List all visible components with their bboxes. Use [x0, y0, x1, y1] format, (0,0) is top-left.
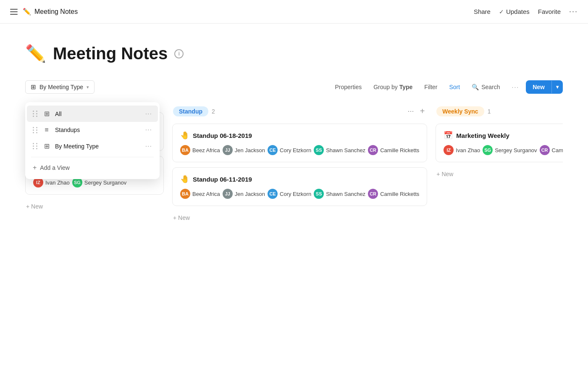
favorite-button[interactable]: Favorite [538, 8, 561, 15]
view-dropdown: ⊞ All ··· ≡ Standups ··· ⊞ By Meeting Ty… [25, 102, 160, 179]
new-button[interactable]: New ▾ [526, 80, 563, 94]
member-cr-0611: CR Camille Ricketts [368, 189, 419, 199]
heading-icon: ✏️ [25, 44, 46, 63]
dropdown-item-by-meeting-type[interactable]: ⊞ By Meeting Type ··· [27, 138, 158, 154]
standup-more-btn[interactable]: ··· [406, 106, 416, 116]
toolbar: ⊞ By Meeting Type ▾ Properties Group by … [25, 80, 563, 94]
avatar-ss-0618: SS [314, 145, 324, 155]
member-ce-0618-name: Cory Etzkorn [280, 147, 311, 153]
member-cr-0611-name: Camille Ricketts [380, 191, 419, 197]
member-iz-mw-name: Ivan Zhao [456, 147, 480, 153]
dropdown-item-all-icon: ⊞ [42, 110, 51, 118]
view-selector-icon: ⊞ [31, 83, 36, 91]
toolbar-more-button[interactable]: ··· [507, 81, 525, 93]
new-button-chevron[interactable]: ▾ [551, 81, 563, 93]
properties-button[interactable]: Properties [330, 81, 367, 93]
topbar-page-title: ✏️ Meeting Notes [23, 8, 78, 16]
member-ss-0618-name: Shawn Sanchez [326, 147, 365, 153]
search-button[interactable]: 🔍 Search [467, 81, 505, 93]
toolbar-more-icon: ··· [512, 84, 520, 90]
menu-icon[interactable] [10, 9, 18, 15]
card-standup-0618-title-text: Standup 06-18-2019 [193, 132, 252, 139]
member-serg-name: Sergey Surganov [84, 180, 126, 186]
card-marketing-weekly-title: 📅 Marketing Weekly [444, 131, 563, 140]
member-cr-mw-name: Camille Ricketts [552, 147, 563, 153]
member-ce-0611: CE Cory Etzkorn [268, 189, 311, 199]
topbar-right: Share ✓ Updates Favorite ··· [474, 7, 578, 16]
column-standup: Standup 2 ··· + 🤚 Standup 06-18-2019 BA … [172, 106, 427, 224]
dropdown-item-meeting-type-label: By Meeting Type [55, 143, 141, 150]
sort-button[interactable]: Sort [444, 81, 465, 93]
card-marketing-weekly[interactable]: 📅 Marketing Weekly IZ Ivan Zhao SG Serge… [436, 124, 563, 162]
dropdown-item-meeting-type-more[interactable]: ··· [145, 143, 152, 150]
group-by-button[interactable]: Group by Type [368, 81, 417, 93]
member-iz-name: Ivan Zhao [45, 180, 70, 186]
filter-button[interactable]: Filter [419, 81, 442, 93]
card-standup-0618-members: BA Beez Africa JJ Jen Jackson CE Cory Et… [180, 145, 419, 155]
member-serg-mw-name: Sergey Surganov [495, 147, 537, 153]
topbar-more-button[interactable]: ··· [569, 7, 578, 16]
member-cr-mw: CR Camille Ricketts [540, 145, 563, 155]
member-cr-0618-name: Camille Ricketts [380, 147, 419, 153]
standup-column-actions: ··· + [406, 106, 427, 117]
member-ss-0618: SS Shawn Sanchez [314, 145, 365, 155]
add-new-no-group[interactable]: + New [25, 200, 164, 213]
card-standup-0611[interactable]: 🤚 Standup 06-11-2019 BA Beez Africa JJ J… [172, 167, 427, 206]
standup-add-btn[interactable]: + [418, 106, 427, 117]
avatar-serg-mw: SG [483, 145, 493, 155]
dropdown-item-standups[interactable]: ≡ Standups ··· [27, 122, 158, 138]
column-weekly-sync-header: Weekly Sync 1 ··· + [436, 106, 563, 117]
card-marketing-weekly-members: IZ Ivan Zhao SG Sergey Surganov CR Camil… [444, 145, 563, 155]
avatar-jj-0611: JJ [223, 189, 233, 199]
standup-count: 2 [212, 108, 215, 115]
weekly-sync-tag: Weekly Sync [436, 106, 484, 116]
card-standup-0618-title: 🤚 Standup 06-18-2019 [180, 131, 419, 140]
add-view-label: Add a View [40, 164, 70, 171]
card-marketing-weekly-title-text: Marketing Weekly [456, 132, 509, 139]
card-standup-0618[interactable]: 🤚 Standup 06-18-2019 BA Beez Africa JJ J… [172, 124, 427, 162]
member-jj-0611: JJ Jen Jackson [223, 189, 265, 199]
properties-label: Properties [335, 84, 362, 90]
topbar-left: ✏️ Meeting Notes [10, 8, 78, 16]
card-standup-0611-title-text: Standup 06-11-2019 [193, 176, 252, 183]
member-ce-0618: CE Cory Etzkorn [268, 145, 311, 155]
sort-label: Sort [449, 84, 460, 90]
card-standup-0611-members: BA Beez Africa JJ Jen Jackson CE Cory Et… [180, 189, 419, 199]
dropdown-item-standups-more[interactable]: ··· [145, 126, 152, 134]
add-view-plus-icon: + [33, 164, 37, 172]
avatar-ss-0611: SS [314, 189, 324, 199]
add-new-weekly-sync[interactable]: + New [436, 167, 563, 181]
share-button[interactable]: Share [474, 8, 491, 15]
dropdown-item-meeting-type-icon: ⊞ [42, 142, 51, 150]
view-selector-label: By Meeting Type [39, 84, 83, 90]
standup-tag: Standup [173, 106, 208, 116]
updates-button[interactable]: ✓ Updates [499, 8, 530, 15]
add-new-standup-label: + New [173, 214, 190, 221]
check-icon: ✓ [499, 8, 504, 15]
add-view-button[interactable]: + Add a View [27, 160, 158, 176]
info-icon[interactable]: i [174, 49, 184, 58]
weekly-sync-count: 1 [488, 108, 491, 115]
card-standup-0611-icon: 🤚 [180, 174, 189, 184]
member-serg-mw: SG Sergey Surganov [483, 145, 537, 155]
dropdown-item-all[interactable]: ⊞ All ··· [27, 106, 158, 122]
add-new-weekly-sync-label: + New [436, 171, 453, 177]
add-new-standup[interactable]: + New [172, 211, 427, 224]
avatar-cr-mw: CR [540, 145, 550, 155]
avatar-cr-0611: CR [368, 189, 378, 199]
dropdown-divider [31, 157, 154, 157]
member-cr-0618: CR Camille Ricketts [368, 145, 419, 155]
dropdown-item-standups-icon: ≡ [42, 126, 51, 134]
main-content: ✏️ Meeting Notes i ⊞ By Meeting Type ▾ P… [0, 24, 588, 233]
column-standup-header: Standup 2 ··· + [172, 106, 427, 117]
avatar-ba-0618: BA [180, 145, 190, 155]
avatar-ce-0611: CE [268, 189, 278, 199]
add-new-no-group-label: + New [26, 203, 43, 210]
member-ba-0611: BA Beez Africa [180, 189, 220, 199]
column-weekly-sync: Weekly Sync 1 ··· + 📅 Marketing Weekly I… [436, 106, 563, 224]
dropdown-item-all-more[interactable]: ··· [145, 110, 152, 118]
avatar-ba-0611: BA [180, 189, 190, 199]
view-selector-button[interactable]: ⊞ By Meeting Type ▾ [25, 80, 94, 94]
avatar-cr-0618: CR [368, 145, 378, 155]
new-button-label: New [526, 80, 551, 94]
